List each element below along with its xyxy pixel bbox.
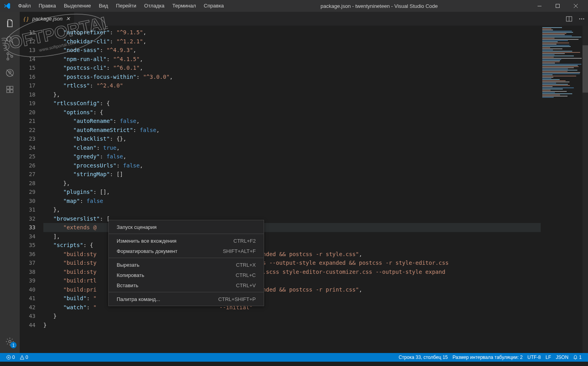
line-number: 39 bbox=[20, 276, 35, 285]
line-number: 23 bbox=[20, 134, 35, 143]
settings-icon[interactable]: 1 bbox=[0, 333, 20, 350]
code-line[interactable]: "greedy": false, bbox=[43, 152, 541, 161]
svg-point-15 bbox=[581, 18, 582, 19]
editor-body[interactable]: 1112131415161718192021222324252627282930… bbox=[20, 26, 588, 353]
menu-help[interactable]: Справка bbox=[200, 0, 228, 12]
extensions-icon[interactable] bbox=[0, 81, 20, 98]
status-tabsize[interactable]: Размер интервала табуляции: 2 bbox=[450, 355, 525, 360]
minimize-button[interactable] bbox=[530, 0, 549, 12]
code-line[interactable]: "blacklist": {}, bbox=[43, 134, 541, 143]
code-line[interactable]: } bbox=[43, 312, 541, 321]
context-menu-item[interactable]: Форматировать документSHIFT+ALT+F bbox=[109, 246, 264, 256]
status-eol[interactable]: LF bbox=[543, 355, 553, 360]
code-line[interactable]: "node-sass": "^4.9.3", bbox=[43, 46, 541, 55]
context-menu-label: Изменить все вхождения bbox=[117, 238, 233, 244]
line-number: 18 bbox=[20, 90, 35, 99]
scrollbar-thumb[interactable] bbox=[582, 45, 588, 93]
tab-label: package.json bbox=[32, 16, 63, 22]
split-editor-icon[interactable] bbox=[566, 16, 572, 22]
line-number: 38 bbox=[20, 268, 35, 277]
line-number: 14 bbox=[20, 55, 35, 64]
line-number: 17 bbox=[20, 81, 35, 90]
context-menu-item[interactable]: Изменить все вхожденияCTRL+F2 bbox=[109, 236, 264, 246]
code-line[interactable]: }, bbox=[43, 179, 541, 188]
line-number: 44 bbox=[20, 321, 35, 330]
search-icon[interactable] bbox=[0, 32, 20, 48]
context-menu-item[interactable]: Запуск сценария bbox=[109, 222, 264, 232]
status-errors[interactable]: 0 bbox=[4, 355, 17, 360]
code-line[interactable]: }, bbox=[43, 90, 541, 99]
line-number: 34 bbox=[20, 232, 35, 241]
svg-point-4 bbox=[7, 58, 9, 60]
context-menu-shortcut: CTRL+F2 bbox=[233, 238, 256, 244]
status-language[interactable]: JSON bbox=[553, 355, 571, 360]
menu-file[interactable]: Файл bbox=[14, 0, 35, 12]
window-controls bbox=[530, 0, 585, 12]
context-menu-separator bbox=[109, 234, 264, 234]
code-line[interactable]: } bbox=[43, 321, 541, 330]
code-line[interactable]: }, bbox=[43, 205, 541, 214]
line-number: 27 bbox=[20, 170, 35, 179]
menu-go[interactable]: Перейти bbox=[112, 0, 140, 12]
code-line[interactable]: "rtlcss": "^2.4.0" bbox=[43, 81, 541, 90]
context-menu-item[interactable]: Палитра команд...CTRL+SHIFT+P bbox=[109, 294, 264, 304]
code-line[interactable]: "autoRename": false, bbox=[43, 117, 541, 126]
maximize-button[interactable] bbox=[549, 0, 567, 12]
code-line[interactable]: "postcss-focus-within": "^3.0.0", bbox=[43, 72, 541, 82]
line-number: 40 bbox=[20, 285, 35, 294]
code-line[interactable]: "map": false bbox=[43, 197, 541, 206]
status-notifications[interactable]: 1 bbox=[571, 355, 584, 360]
code-line[interactable]: "npm-run-all": "^4.1.5", bbox=[43, 55, 541, 64]
tab-bar: { } package.json ✕ bbox=[20, 12, 588, 26]
tab-close-icon[interactable]: ✕ bbox=[66, 16, 70, 22]
line-number: 32 bbox=[20, 214, 35, 223]
debug-icon[interactable] bbox=[0, 65, 20, 81]
window-title: package.json - twentynineteen - Visual S… bbox=[228, 3, 530, 9]
vertical-scrollbar[interactable] bbox=[582, 26, 588, 353]
line-number: 35 bbox=[20, 241, 35, 250]
explorer-icon[interactable] bbox=[0, 15, 20, 32]
svg-point-2 bbox=[7, 37, 11, 41]
context-menu-item[interactable]: КопироватьCTRL+C bbox=[109, 270, 264, 280]
code-line[interactable]: "clean": true, bbox=[43, 143, 541, 152]
code-line[interactable]: "options": { bbox=[43, 108, 541, 117]
code-line[interactable]: "processUrls": false, bbox=[43, 161, 541, 170]
svg-point-3 bbox=[7, 53, 9, 55]
context-menu-item[interactable]: ВырезатьCTRL+X bbox=[109, 260, 264, 270]
context-menu-shortcut: CTRL+SHIFT+P bbox=[218, 296, 256, 302]
source-control-icon[interactable] bbox=[0, 48, 20, 65]
menu-debug[interactable]: Отладка bbox=[140, 0, 168, 12]
context-menu-separator bbox=[109, 292, 264, 292]
svg-rect-8 bbox=[7, 86, 9, 89]
tab-package-json[interactable]: { } package.json ✕ bbox=[20, 12, 74, 26]
svg-rect-0 bbox=[538, 6, 541, 6]
status-warnings[interactable]: 0 bbox=[17, 355, 31, 360]
svg-rect-11 bbox=[10, 86, 13, 89]
code-line[interactable]: "plugins": [], bbox=[43, 188, 541, 197]
code-line[interactable]: "rtlcssConfig": { bbox=[43, 99, 541, 108]
more-actions-icon[interactable] bbox=[579, 16, 585, 22]
code-line[interactable]: "stringMap": [] bbox=[43, 170, 541, 179]
line-number: 42 bbox=[20, 303, 35, 312]
status-encoding[interactable]: UTF-8 bbox=[525, 355, 543, 360]
code-line[interactable]: "chokidar-cli": "^1.2.1", bbox=[43, 37, 541, 46]
svg-rect-10 bbox=[10, 90, 13, 93]
titlebar: Файл Правка Выделение Вид Перейти Отладк… bbox=[0, 0, 588, 12]
context-menu-item[interactable]: ВставитьCTRL+V bbox=[109, 280, 264, 290]
line-number-gutter: 1112131415161718192021222324252627282930… bbox=[20, 26, 43, 353]
code-line[interactable]: "autoRenameStrict": false, bbox=[43, 126, 541, 135]
code-line[interactable]: "postcss-cli": "^6.0.1", bbox=[43, 63, 541, 72]
minimap[interactable] bbox=[541, 26, 588, 353]
svg-rect-1 bbox=[556, 4, 560, 8]
context-menu-label: Вырезать bbox=[117, 262, 236, 268]
menu-edit[interactable]: Правка bbox=[35, 0, 60, 12]
line-number: 26 bbox=[20, 161, 35, 170]
status-cursor[interactable]: Строка 33, столбец 15 bbox=[396, 355, 450, 360]
menu-terminal[interactable]: Терминал bbox=[168, 0, 200, 12]
close-button[interactable] bbox=[567, 0, 585, 12]
line-number: 43 bbox=[20, 312, 35, 321]
settings-badge: 1 bbox=[10, 342, 17, 348]
menu-view[interactable]: Вид bbox=[95, 0, 112, 12]
code-line[interactable]: "autoprefixer": "^9.1.5", bbox=[43, 28, 541, 37]
menu-selection[interactable]: Выделение bbox=[60, 0, 95, 12]
